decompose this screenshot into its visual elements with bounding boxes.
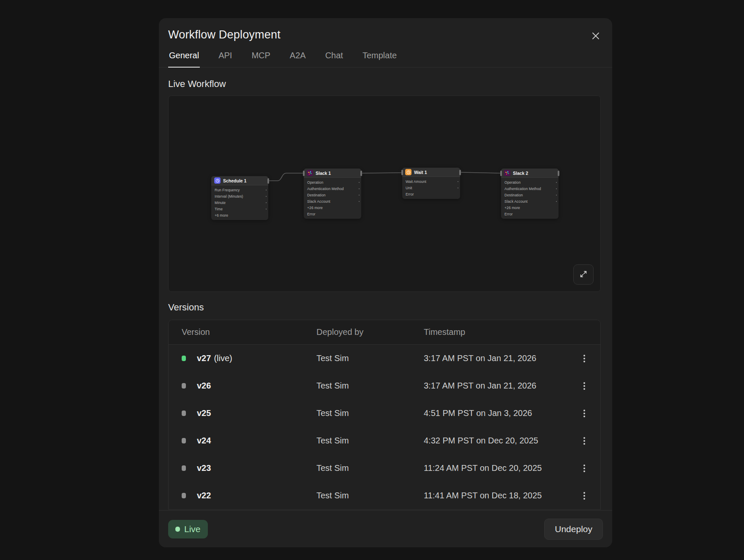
- workflow-canvas[interactable]: Schedule 1 Run Frequency Interval (Minut…: [168, 95, 601, 292]
- output-handle[interactable]: [558, 171, 559, 176]
- port-dot: [556, 188, 557, 190]
- workflow-node-slack-1[interactable]: Slack 1 Operation Authentication Method …: [304, 169, 361, 219]
- tab-mcp[interactable]: MCP: [251, 51, 271, 68]
- node-title: Wait 1: [414, 170, 427, 175]
- versions-table: Version Deployed by Timestamp v27(live) …: [168, 320, 601, 510]
- modal-title: Workflow Deployment: [168, 28, 603, 41]
- deployed-by-cell: Test Sim: [316, 408, 424, 418]
- row-menu-button[interactable]: [577, 350, 592, 367]
- workflow-node-wait-1[interactable]: Wait 1 Wait Amount Unit Error: [402, 168, 460, 199]
- tab-chat[interactable]: Chat: [324, 51, 344, 68]
- port-dot: [359, 195, 360, 196]
- status-dot-live: [182, 356, 186, 361]
- expand-workflow-button[interactable]: [573, 264, 594, 285]
- workflow-node-schedule-1[interactable]: Schedule 1 Run Frequency Interval (Minut…: [211, 176, 268, 220]
- status-dot: [182, 410, 186, 416]
- slack-icon: [504, 170, 510, 176]
- port-dot: [266, 209, 267, 210]
- input-handle[interactable]: [500, 171, 502, 176]
- output-handle[interactable]: [459, 170, 461, 175]
- tab-api[interactable]: API: [218, 51, 233, 68]
- output-handle[interactable]: [360, 171, 362, 176]
- node-field: Error: [304, 211, 361, 217]
- versions-heading: Versions: [168, 302, 603, 313]
- modal-content: Live Workflow Schedule 1 Run Frequency I…: [159, 68, 612, 510]
- row-menu-button[interactable]: [577, 405, 592, 422]
- timestamp-cell: 3:17 AM PST on Jan 21, 2026: [424, 381, 577, 391]
- column-deployed-by: Deployed by: [316, 327, 424, 337]
- deployed-by-cell: Test Sim: [316, 436, 424, 446]
- version-row: v26 Test Sim 3:17 AM PST on Jan 21, 2026: [169, 372, 600, 400]
- workflow-deployment-modal: Workflow Deployment General API MCP A2A …: [159, 18, 612, 547]
- node-field-more[interactable]: +26 more: [304, 204, 361, 211]
- live-status-badge: Live: [168, 520, 208, 538]
- row-menu-button[interactable]: [577, 378, 592, 394]
- slack-icon: [307, 170, 313, 176]
- version-label: v24: [197, 436, 211, 445]
- row-menu-button[interactable]: [577, 487, 592, 504]
- tab-a2a[interactable]: A2A: [289, 51, 307, 68]
- timestamp-cell: 11:41 AM PST on Dec 18, 2025: [424, 491, 577, 500]
- undeploy-button[interactable]: Undeploy: [544, 519, 603, 540]
- input-handle[interactable]: [303, 171, 305, 176]
- node-field-more[interactable]: +26 more: [501, 204, 559, 211]
- version-row: v25 Test Sim 4:51 PM PST on Jan 3, 2026: [169, 400, 600, 427]
- node-body: Operation Authentication Method Destinat…: [501, 178, 559, 219]
- port-dot: [359, 201, 360, 202]
- node-field: Run Frequency: [211, 187, 268, 193]
- workflow-node-slack-2[interactable]: Slack 2 Operation Authentication Method …: [501, 169, 559, 219]
- row-menu-button[interactable]: [577, 460, 592, 477]
- node-field: Error: [501, 211, 559, 217]
- status-dot: [182, 465, 186, 471]
- node-header: Schedule 1: [211, 176, 268, 185]
- tab-template[interactable]: Template: [362, 51, 398, 68]
- versions-table-header: Version Deployed by Timestamp: [169, 320, 600, 345]
- node-field: Unit: [402, 185, 460, 191]
- timestamp-cell: 11:24 AM PST on Dec 20, 2025: [424, 463, 577, 473]
- node-field: Wait Amount: [402, 178, 460, 185]
- row-menu-button[interactable]: [577, 432, 592, 449]
- node-field: Operation: [304, 179, 361, 185]
- deployed-by-cell: Test Sim: [316, 491, 424, 500]
- port-dot: [266, 196, 267, 197]
- modal-footer: Live Undeploy: [159, 510, 612, 547]
- input-handle[interactable]: [401, 170, 403, 175]
- live-dot-icon: [175, 527, 180, 532]
- node-field-more[interactable]: +6 more: [211, 212, 268, 218]
- version-row: v22 Test Sim 11:41 AM PST on Dec 18, 202…: [169, 482, 600, 509]
- output-handle[interactable]: [267, 178, 269, 184]
- port-dot: [458, 188, 459, 189]
- port-dot: [359, 188, 360, 190]
- node-field: Slack Account: [501, 198, 559, 204]
- status-dot: [182, 493, 186, 498]
- expand-icon: [579, 269, 588, 280]
- node-body: Run Frequency Interval (Minutes) Minute …: [211, 185, 268, 220]
- port-dot: [266, 190, 267, 191]
- close-button[interactable]: [589, 29, 603, 43]
- status-dot: [182, 383, 186, 389]
- deployed-by-cell: Test Sim: [316, 381, 424, 391]
- live-suffix: (live): [214, 353, 232, 363]
- tab-general[interactable]: General: [168, 51, 200, 68]
- port-dot: [556, 195, 557, 196]
- port-dot: [458, 181, 459, 182]
- port-dot: [359, 182, 360, 183]
- live-label: Live: [184, 524, 201, 534]
- version-label: v22: [197, 491, 211, 500]
- node-field: Destination: [304, 192, 361, 198]
- node-field: Time: [211, 206, 268, 212]
- node-field: Minute: [211, 199, 268, 206]
- node-field: Interval (Minutes): [211, 193, 268, 199]
- node-header: Slack 2: [501, 169, 559, 178]
- node-title: Slack 1: [316, 171, 331, 176]
- port-dot: [266, 202, 267, 204]
- timestamp-cell: 3:17 AM PST on Jan 21, 2026: [424, 353, 577, 363]
- version-row: v27(live) Test Sim 3:17 AM PST on Jan 21…: [169, 345, 600, 372]
- version-label: v23: [197, 463, 211, 473]
- node-title: Slack 2: [513, 171, 528, 176]
- version-label: v27: [197, 353, 211, 363]
- timestamp-cell: 4:32 PM PST on Dec 20, 2025: [424, 436, 577, 446]
- deployed-by-cell: Test Sim: [316, 463, 424, 473]
- live-workflow-heading: Live Workflow: [168, 79, 603, 90]
- version-row: v23 Test Sim 11:24 AM PST on Dec 20, 202…: [169, 454, 600, 482]
